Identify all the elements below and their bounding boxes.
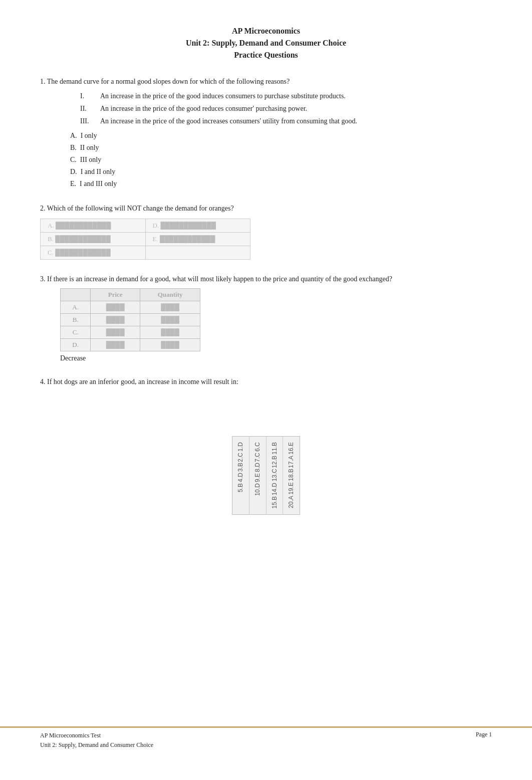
ak-entry: 9.E xyxy=(253,473,262,482)
ak-entry: 14.D xyxy=(271,483,279,495)
ak-entry: 7.C xyxy=(253,453,262,462)
question-3-table: Price Quantity A. ████ ████ B. ████ ████ xyxy=(60,288,200,351)
question-1: 1. The demand curve for a normal good sl… xyxy=(40,76,492,189)
question-1-answer-list: A. I only B. II only C. III only D. I an… xyxy=(70,130,492,189)
answer-key-container: 1.D 2.C 3.B 4.D 5.B 6.C 7.C 8.D 9.E 10.D… xyxy=(40,436,492,515)
page: AP Microeconomics Unit 2: Supply, Demand… xyxy=(0,0,532,780)
roman-content-2: An increase in the price of the good red… xyxy=(100,103,492,114)
question-4-text: 4. If hot dogs are an inferior good, an … xyxy=(40,376,492,387)
roman-label-1: I. xyxy=(80,91,100,101)
table-row: B. ████ ████ xyxy=(61,314,200,326)
table-row: A. ████████████ D. ████████████ xyxy=(41,219,250,233)
table-row: C. ████ ████ xyxy=(61,326,200,339)
question-1-roman-list: I. An increase in the price of the good … xyxy=(80,91,492,126)
ak-entry: 10.D xyxy=(253,483,262,496)
question-2-text: 2. Which of the following will NOT chang… xyxy=(40,203,492,214)
roman-content-3: An increase in the price of the good inc… xyxy=(100,116,492,126)
table-row: Price Quantity xyxy=(61,289,200,301)
ak-entry: 19.E xyxy=(287,482,296,495)
ak-group-1: 1.D 2.C 3.B 4.D 5.B xyxy=(232,437,249,514)
decrease-label: Decrease xyxy=(60,354,492,362)
question-1-text: 1. The demand curve for a normal good sl… xyxy=(40,76,492,87)
ak-entry: 18.B xyxy=(287,469,296,481)
table-row: C. ████████████ xyxy=(41,246,250,260)
ak-entry: 15.B xyxy=(271,496,279,509)
question-2-table: A. ████████████ D. ████████████ B. █████… xyxy=(40,219,250,260)
ak-entry: 11.B xyxy=(271,442,279,455)
question-4-answer-area xyxy=(40,392,492,422)
ak-entry: 16.E xyxy=(287,442,296,455)
question-2: 2. Which of the following will NOT chang… xyxy=(40,203,492,260)
answer-1b: B. II only xyxy=(70,142,492,153)
footer: AP Microeconomics Test Unit 2: Supply, D… xyxy=(0,726,532,750)
footer-left-line1: AP Microeconomics Test xyxy=(40,731,153,740)
page-header: AP Microeconomics Unit 2: Supply, Demand… xyxy=(40,25,492,61)
roman-label-2: II. xyxy=(80,103,100,114)
ak-entry: 4.D xyxy=(236,473,245,482)
ak-entry: 1.D xyxy=(236,442,245,452)
header-line2: Unit 2: Supply, Demand and Consumer Choi… xyxy=(186,39,346,47)
ak-group-4: 16.E 17.A 18.B 19.E 20.A xyxy=(283,437,300,514)
ak-entry: 8.D xyxy=(253,463,262,472)
ak-entry: 3.B xyxy=(236,463,245,472)
footer-left: AP Microeconomics Test Unit 2: Supply, D… xyxy=(40,731,153,750)
roman-item-3: III. An increase in the price of the goo… xyxy=(80,116,492,126)
ak-entry: 20.A xyxy=(287,496,296,508)
roman-item-2: II. An increase in the price of the good… xyxy=(80,103,492,114)
answer-1a: A. I only xyxy=(70,130,492,141)
ak-entry: 13.C xyxy=(271,469,279,481)
question-3: 3. If there is an increase in demand for… xyxy=(40,274,492,362)
footer-left-line2: Unit 2: Supply, Demand and Consumer Choi… xyxy=(40,740,153,750)
answer-1c: C. III only xyxy=(70,154,492,165)
ak-entry: 6.C xyxy=(253,442,262,452)
answer-1e: E. I and III only xyxy=(70,178,492,189)
question-2-answer-area: A. ████████████ D. ████████████ B. █████… xyxy=(40,219,492,260)
header-line3: Practice Questions xyxy=(234,51,298,59)
table-row: A. ████ ████ xyxy=(61,301,200,314)
ak-entry: 17.A xyxy=(287,456,296,468)
ak-entry: 12.B xyxy=(271,456,279,468)
table-row: B. ████████████ E. ████████████ xyxy=(41,233,250,246)
footer-right: Page 1 xyxy=(476,731,492,738)
ak-entry: 2.C xyxy=(236,453,245,462)
question-4: 4. If hot dogs are an inferior good, an … xyxy=(40,376,492,422)
answer-key-box: 1.D 2.C 3.B 4.D 5.B 6.C 7.C 8.D 9.E 10.D… xyxy=(232,436,300,515)
ak-group-3: 11.B 12.B 13.C 14.D 15.B xyxy=(267,437,284,514)
header-line1: AP Microeconomics xyxy=(232,27,300,35)
ak-group-2: 6.C 7.C 8.D 9.E 10.D xyxy=(249,437,267,514)
roman-item-1: I. An increase in the price of the good … xyxy=(80,91,492,101)
roman-content-1: An increase in the price of the good ind… xyxy=(100,91,492,101)
table-row: D. ████ ████ xyxy=(61,339,200,351)
roman-label-3: III. xyxy=(80,116,100,126)
question-3-table-area: Price Quantity A. ████ ████ B. ████ ████ xyxy=(60,288,492,362)
question-3-text: 3. If there is an increase in demand for… xyxy=(40,274,492,284)
answer-1d: D. I and II only xyxy=(70,166,492,177)
ak-entry: 5.B xyxy=(236,483,245,492)
